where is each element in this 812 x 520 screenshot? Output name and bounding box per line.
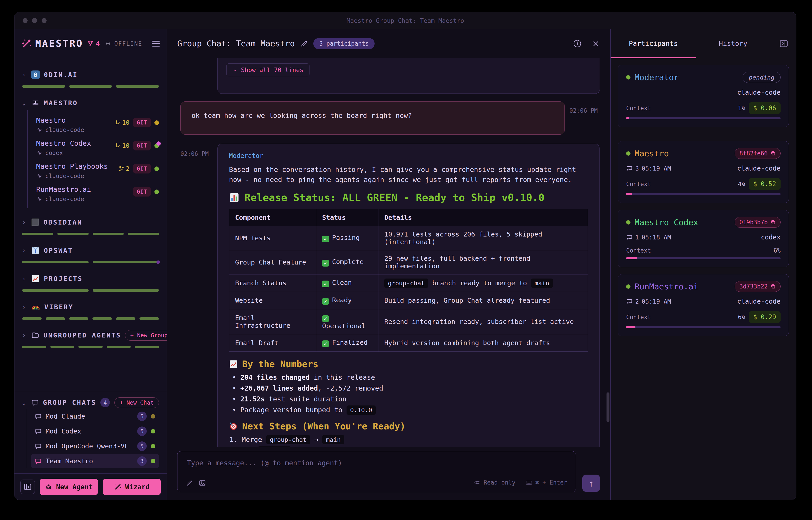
show-all-lines-label: Show all 70 lines — [241, 67, 303, 73]
inline-code: group-chat — [266, 435, 311, 444]
context-percent: 6% — [738, 314, 745, 320]
message-input[interactable] — [187, 459, 566, 475]
chat-title: Group Chat: Team Maestro — [177, 39, 295, 48]
participant-runtime: codex — [761, 233, 781, 241]
git-badge: GIT — [133, 187, 151, 197]
info-icon[interactable] — [573, 39, 582, 48]
context-percent: 1% — [738, 105, 745, 111]
agent-name: Maestro Playbooks — [36, 162, 108, 170]
chat-bubble-icon — [626, 298, 633, 305]
release-status-heading: Release Status: ALL GREEN - Ready to Shi… — [229, 191, 588, 204]
context-progress-fill — [626, 257, 637, 259]
pen-icon[interactable] — [186, 479, 193, 487]
participant-card-maestro-codex[interactable]: Maestro Codex 019b3b7b 1 05:18 AM codex — [618, 210, 789, 267]
agent-runtime: claude-code — [45, 173, 84, 179]
sidebar-group-ungrouped[interactable]: › UNGROUPED AGENTS + New Group — [22, 329, 159, 341]
participant-card-runmaestro[interactable]: RunMaestro.ai 3d733b22 2 05:19 AM claude… — [618, 274, 789, 336]
tab-participants[interactable]: Participants — [611, 40, 696, 47]
participant-runtime: claude-code — [737, 164, 781, 172]
titlebar: Maestro Group Chat: Team Maestro — [15, 12, 796, 29]
check-icon: ✓ — [322, 298, 329, 305]
moderator-message-row: 02:06 PM Moderator Based on the conversa… — [177, 144, 600, 447]
chat-bubble-icon — [626, 234, 633, 240]
sidebar-group-opswat[interactable]: › OPSWAT — [22, 245, 159, 256]
arrow-up-icon: ↑ — [588, 478, 594, 489]
chat-item-mod-opencode[interactable]: Mod OpenCode Qwen3-VL 5 — [31, 439, 159, 453]
agent-name: Maestro Codex — [36, 139, 91, 147]
sidebar-footer: New Agent Wizard — [15, 473, 167, 500]
message-input-box[interactable]: Read-only ⌘ + Enter — [177, 451, 576, 492]
send-button[interactable]: ↑ — [582, 475, 600, 492]
sidebar-group-obsidian[interactable]: › OBSIDIAN — [22, 216, 159, 228]
column-header: Status — [316, 209, 378, 226]
close-icon[interactable] — [592, 40, 600, 48]
chat-header: Group Chat: Team Maestro 3 participants — [167, 29, 610, 58]
chevron-right-icon: › — [22, 71, 27, 78]
new-agent-button[interactable]: New Agent — [40, 479, 98, 495]
new-chat-button[interactable]: + New Chat — [115, 397, 159, 408]
image-icon[interactable] — [199, 479, 206, 487]
table-row: Email Draft ✓Finalized Hybrid version co… — [229, 334, 588, 352]
wizard-button[interactable]: Wizard — [103, 479, 161, 495]
maestro-agent-list: Maestro claude-code 10 GIT — [27, 110, 159, 208]
table-row: Email Infrastructure ✓Operational Resend… — [229, 309, 588, 334]
collapse-panel-icon[interactable] — [779, 39, 788, 48]
sidebar-group-maestro[interactable]: ⌄ MAESTRO — [22, 97, 159, 109]
chevron-down-icon — [232, 67, 238, 73]
new-group-button[interactable]: + New Group — [125, 330, 167, 341]
copy-icon[interactable] — [770, 284, 776, 289]
brand-name: MAESTRO — [35, 38, 83, 49]
copy-icon[interactable] — [770, 151, 776, 156]
collapse-sidebar-button[interactable] — [20, 479, 35, 494]
list-item: 2. Tag v0.10.0 release — [229, 447, 588, 447]
chat-item-mod-claude[interactable]: Mod Claude 5 — [31, 409, 159, 423]
group-name: VIBERY — [44, 303, 73, 311]
context-progress-track — [626, 193, 781, 195]
chat-name: Team Maestro — [46, 457, 93, 465]
chat-item-team-maestro[interactable]: Team Maestro 3 — [31, 454, 159, 468]
sidebar-group-0din[interactable]: › 0 0DIN.AI — [22, 69, 159, 81]
participants-count-badge[interactable]: 3 participants — [313, 38, 375, 49]
chat-bubble-icon — [35, 443, 42, 449]
show-all-lines-button[interactable]: Show all 70 lines — [226, 63, 310, 76]
git-branch-icon — [115, 120, 121, 126]
scrollbar-thumb[interactable] — [607, 392, 610, 422]
chat-item-mod-codex[interactable]: Mod Codex 5 — [31, 424, 159, 438]
participant-runtime: claude-code — [737, 297, 781, 305]
edit-pencil-icon[interactable] — [300, 40, 308, 47]
session-hash-badge[interactable]: 8f82fe66 — [735, 148, 781, 159]
git-branch-count: 10 — [115, 142, 129, 149]
trophy-counter[interactable]: 4 — [87, 40, 100, 47]
agent-row-runmaestro[interactable]: RunMaestro.ai claude-code GIT — [36, 185, 159, 202]
context-label: Context — [626, 181, 651, 187]
group-name: UNGROUPED AGENTS — [43, 331, 121, 339]
group-chats-header[interactable]: ⌄ GROUP CHATS 4 + New Chat — [22, 397, 159, 409]
menu-icon[interactable] — [152, 41, 160, 47]
musical-score-icon — [31, 99, 40, 107]
cost-badge: $ 0.29 — [749, 311, 781, 323]
session-hash-badge[interactable]: 3d733b22 — [735, 281, 781, 292]
participant-card-maestro[interactable]: Maestro 8f82fe66 3 05:19 AM claude-code — [618, 141, 789, 203]
tab-history[interactable]: History — [696, 40, 770, 47]
agent-row-maestro-codex[interactable]: Maestro Codex codex 10 GIT — [36, 139, 159, 156]
sidebar-group-projects[interactable]: › PROJECTS — [22, 273, 159, 285]
check-icon: ✓ — [322, 281, 329, 287]
participant-name: Maestro — [635, 149, 669, 158]
agent-row-maestro-playbooks[interactable]: Maestro Playbooks claude-code 2 GI — [36, 162, 159, 179]
moderator-message-bubble: Moderator Based on the conversation hist… — [218, 144, 599, 447]
bar-chart-icon — [229, 192, 239, 203]
chevron-down-icon: ⌄ — [22, 100, 27, 106]
inline-code: main — [531, 279, 553, 288]
chevron-right-icon: › — [22, 247, 27, 254]
arrow-right: → — [314, 436, 318, 443]
group-agent-bars — [22, 346, 159, 348]
read-only-indicator: Read-only — [474, 479, 515, 486]
copy-icon[interactable] — [770, 219, 776, 225]
chat-bubble-icon — [35, 458, 42, 464]
sidebar-group-vibery[interactable]: › VIBERY — [22, 301, 159, 313]
agent-name: RunMaestro.ai — [36, 185, 91, 193]
agent-row-maestro[interactable]: Maestro claude-code 10 GIT — [36, 116, 159, 133]
cost-badge: $ 0.06 — [749, 102, 781, 114]
session-hash-badge[interactable]: 019b3b7b — [735, 217, 781, 228]
participant-card-moderator[interactable]: Moderator pending claude-code Context 1%… — [618, 65, 789, 127]
